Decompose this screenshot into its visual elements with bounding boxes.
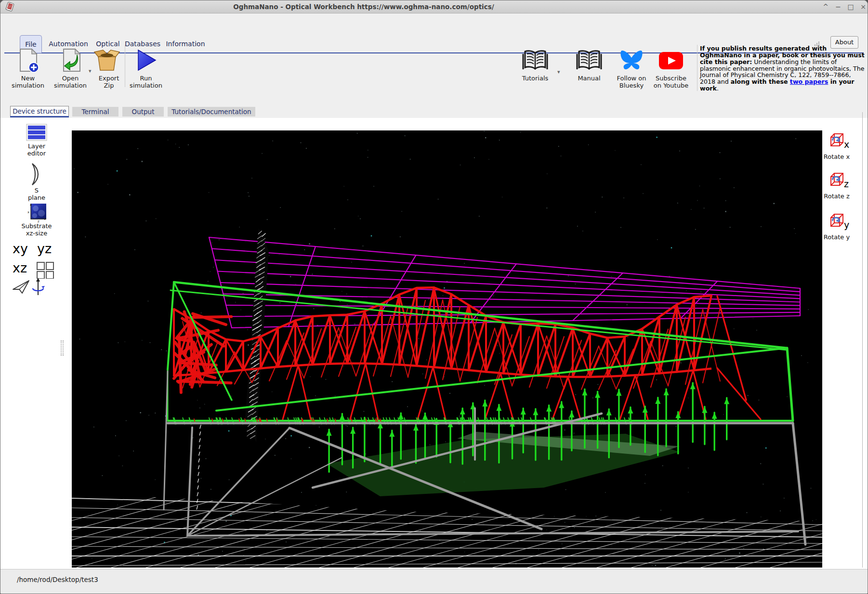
new-simulation-label: New simulation — [9, 75, 47, 90]
titlebar: OghmaNano - Optical Workbench https://ww… — [0, 0, 868, 13]
substrate-xz-size-icon: xz — [27, 203, 47, 223]
open-simulation-icon — [51, 47, 90, 75]
youtube-icon — [651, 47, 691, 75]
right-panel-edge — [862, 112, 863, 568]
layer-editor-icon — [26, 124, 47, 141]
paper-plane-icon — [12, 279, 30, 295]
s-plane-label: S plane — [27, 187, 46, 202]
substrate-xz-size-button[interactable]: xz — [27, 203, 47, 225]
substrate-xz-size-label: Substrate xz-size — [20, 223, 53, 237]
view-xy-button[interactable]: xy — [13, 242, 28, 255]
rotate-y-button[interactable] — [829, 213, 845, 230]
rotate-x-cube-icon — [829, 132, 845, 148]
menu-information[interactable]: Information — [164, 35, 207, 53]
screen: OghmaNano - Optical Workbench https://ww… — [0, 0, 868, 594]
tutorials-book-icon — [516, 47, 554, 75]
bluesky-label: Follow on Bluesky — [611, 75, 652, 90]
tutorials-button[interactable]: Tutorials — [516, 47, 554, 82]
layer-editor-button[interactable] — [26, 124, 47, 143]
minimize-button[interactable]: − — [833, 2, 843, 12]
new-simulation-icon — [9, 47, 47, 75]
manual-label: Manual — [570, 75, 608, 82]
run-simulation-icon — [127, 47, 165, 75]
export-zip-icon — [93, 47, 121, 75]
citation-separator — [697, 45, 697, 91]
tutorials-dropdown-icon[interactable]: ▾ — [557, 69, 560, 75]
tutorials-label: Tutorials — [516, 75, 554, 82]
maximize-button[interactable]: □ — [845, 2, 856, 12]
export-zip-label: Export Zip — [97, 75, 121, 90]
rotate-y-label: Rotate y — [822, 234, 851, 241]
rotate-z-button[interactable] — [829, 172, 845, 189]
rotate-y-axis-letter: y — [844, 220, 849, 230]
orbit-rotate-icon — [31, 277, 45, 297]
run-simulation-label: Run simulation — [127, 75, 165, 90]
youtube-label: Subscribe on Youtube — [651, 75, 691, 90]
export-zip-button[interactable]: Export Zip — [97, 47, 121, 90]
rotate-x-axis-letter: x — [844, 139, 849, 150]
rotate-x-button[interactable] — [829, 132, 845, 150]
manual-button[interactable]: Manual — [570, 47, 608, 82]
rotate-z-label: Rotate z — [822, 193, 851, 200]
rotate-z-axis-letter: z — [844, 179, 849, 189]
status-bar: /home/rod/Desktop/test3 — [0, 569, 868, 594]
fly-camera-button[interactable] — [12, 279, 30, 297]
current-path: /home/rod/Desktop/test3 — [17, 576, 98, 583]
toolbar-separator — [125, 45, 125, 87]
open-simulation-button[interactable]: Open simulation — [51, 47, 90, 90]
s-plane-button[interactable] — [28, 162, 44, 188]
two-papers-link[interactable]: two papers — [790, 78, 828, 85]
open-simulation-label: Open simulation — [51, 75, 90, 90]
tab-device-structure[interactable]: Device structure — [10, 106, 69, 116]
new-simulation-button[interactable]: New simulation — [9, 47, 47, 90]
tab-terminal[interactable]: Terminal — [72, 107, 118, 116]
view-xz-button[interactable]: xz — [13, 261, 27, 274]
bluesky-butterfly-icon — [611, 47, 652, 75]
svg-text:x: x — [27, 210, 29, 214]
youtube-button[interactable]: Subscribe on Youtube — [651, 47, 691, 90]
s-plane-icon — [28, 162, 44, 186]
open-simulation-dropdown-icon[interactable]: ▾ — [89, 68, 92, 74]
tab-active-underline — [10, 116, 69, 117]
shade-button[interactable]: ^ — [820, 2, 831, 12]
panel-splitter[interactable] — [61, 340, 64, 356]
layer-editor-label: Layer editor — [22, 143, 51, 157]
rotate-y-cube-icon — [829, 213, 845, 228]
citation-bold-mid: along with these — [731, 78, 790, 85]
bluesky-button[interactable]: Follow on Bluesky — [611, 47, 652, 90]
grid-2x2-icon — [36, 261, 54, 279]
citation-text: If you publish results generated with Og… — [700, 45, 866, 92]
tab-tutorials-documentation[interactable]: Tutorials/Documentation — [168, 107, 255, 116]
close-button[interactable]: × — [858, 2, 868, 12]
view-yz-button[interactable]: yz — [37, 242, 52, 255]
run-simulation-button[interactable]: Run simulation — [127, 47, 165, 90]
rotate-x-label: Rotate x — [822, 154, 851, 161]
tab-output[interactable]: Output — [122, 107, 164, 116]
viewport-3d[interactable] — [72, 130, 822, 568]
menu-bar: File Automation Optical Databases Inform… — [0, 13, 868, 40]
app-logo-icon — [5, 2, 15, 12]
scene-canvas — [72, 130, 822, 568]
rotate-z-cube-icon — [829, 172, 845, 187]
orbit-camera-button[interactable] — [31, 277, 45, 299]
window-title: OghmaNano - Optical Workbench https://ww… — [233, 3, 494, 11]
citation-period: . — [717, 85, 719, 92]
app-window: OghmaNano - Optical Workbench https://ww… — [0, 0, 868, 594]
manual-book-icon — [570, 47, 608, 75]
